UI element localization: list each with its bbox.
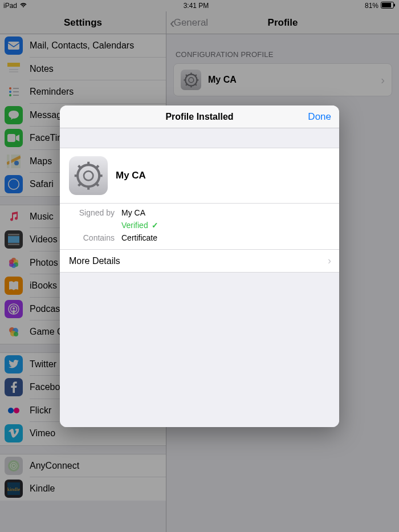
contains-value: Certificate [121, 233, 330, 242]
signed-by-label: Signed by [69, 208, 115, 217]
chevron-right-icon: › [328, 255, 331, 267]
profile-installed-modal: Profile Installed Done My CA Signed by M… [60, 105, 339, 427]
contains-label: Contains [69, 233, 115, 242]
more-details-row[interactable]: More Details › [60, 250, 339, 273]
signed-by-value: My CA [121, 208, 330, 217]
svg-line-61 [95, 165, 98, 168]
svg-line-59 [78, 165, 81, 168]
svg-line-60 [95, 182, 98, 185]
svg-line-62 [78, 182, 81, 185]
check-icon [152, 221, 158, 230]
verified-badge: Verified [121, 221, 330, 230]
modal-title: Profile Installed [165, 112, 233, 122]
modal-profile-row: My CA [60, 148, 339, 204]
gear-icon [69, 156, 108, 195]
done-button[interactable]: Done [308, 111, 331, 123]
modal-profile-name: My CA [116, 170, 146, 181]
more-details-label: More Details [69, 256, 120, 266]
verified-label: Verified [121, 221, 148, 230]
svg-point-54 [84, 171, 93, 180]
